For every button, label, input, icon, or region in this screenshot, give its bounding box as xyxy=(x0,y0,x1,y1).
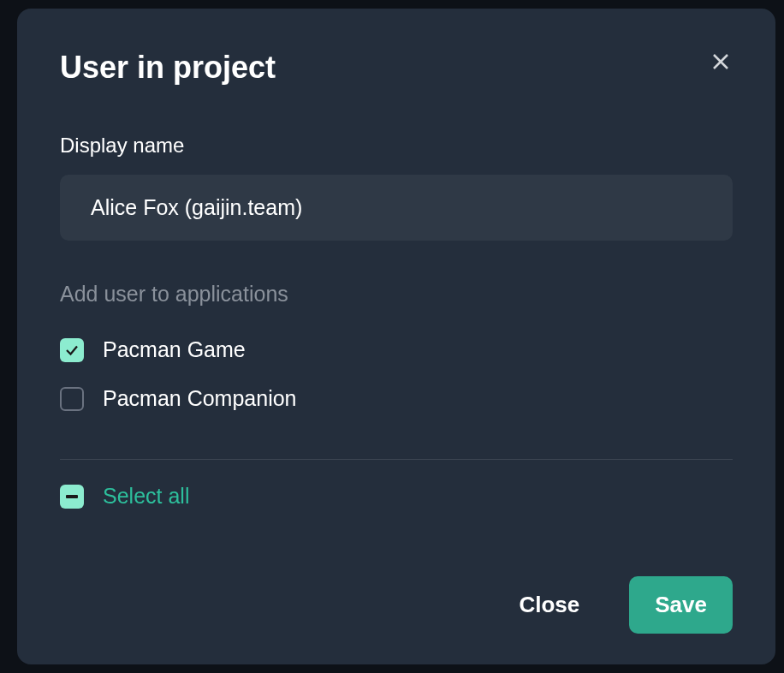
modal-footer: Close Save xyxy=(60,576,733,634)
applications-section-label: Add user to applications xyxy=(60,282,733,307)
modal-header: User in project xyxy=(60,50,733,86)
save-button[interactable]: Save xyxy=(629,576,733,634)
application-label: Pacman Companion xyxy=(103,386,297,411)
checkbox-indeterminate-icon xyxy=(60,485,84,509)
display-name-input[interactable] xyxy=(60,175,733,241)
divider xyxy=(60,459,733,460)
application-checkbox-row[interactable]: Pacman Companion xyxy=(60,386,733,411)
close-icon[interactable] xyxy=(709,50,733,74)
display-name-label: Display name xyxy=(60,134,733,158)
checkbox-checked-icon xyxy=(60,338,84,362)
select-all-row[interactable]: Select all xyxy=(60,484,733,509)
user-in-project-modal: User in project Display name Add user to… xyxy=(17,9,775,664)
close-button[interactable]: Close xyxy=(493,576,605,634)
checkbox-unchecked-icon xyxy=(60,387,84,411)
select-all-label: Select all xyxy=(103,484,189,509)
application-checkbox-row[interactable]: Pacman Game xyxy=(60,337,733,362)
modal-title: User in project xyxy=(60,50,276,86)
application-label: Pacman Game xyxy=(103,337,246,362)
